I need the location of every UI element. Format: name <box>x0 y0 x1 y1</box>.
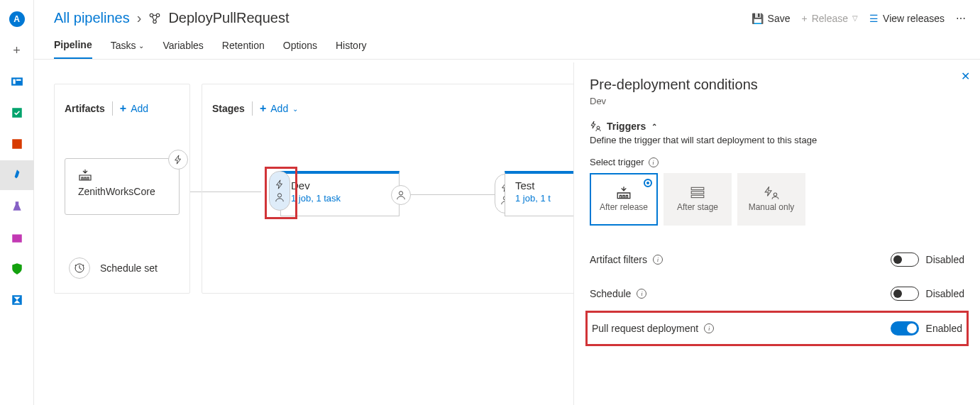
artifact-trigger-button[interactable] <box>168 150 188 170</box>
artifact-filters-label: Artifact filters <box>590 254 647 265</box>
svg-rect-6 <box>12 295 22 305</box>
close-icon: ✕ <box>961 70 970 82</box>
tab-variables[interactable]: Variables <box>163 39 203 59</box>
artifact-name: ZenithWorksCore <box>78 186 166 197</box>
nav-avatar[interactable]: A <box>0 4 34 34</box>
build-icon <box>616 186 632 200</box>
shield-icon <box>10 262 24 276</box>
plus-icon: + <box>260 102 266 115</box>
pr-deployment-toggle[interactable] <box>891 321 919 335</box>
nav-boards[interactable] <box>0 67 34 96</box>
nav-add[interactable]: + <box>0 35 34 65</box>
nav-artifacts[interactable] <box>0 129 34 159</box>
breadcrumb-current: DeployPullRequest <box>168 10 289 26</box>
add-artifact-button[interactable]: +Add <box>120 102 148 115</box>
nav-test[interactable] <box>0 192 34 221</box>
svg-point-14 <box>597 126 600 129</box>
select-trigger-label: Select trigger i <box>590 157 964 167</box>
svg-rect-15 <box>691 188 704 190</box>
stage-name: Dev <box>291 179 389 192</box>
trigger-after-stage[interactable]: After stage <box>664 173 732 226</box>
hourglass-icon <box>10 293 24 307</box>
lightning-person-icon <box>764 186 779 200</box>
artifacts-column: Artifacts +Add ZenithWorksCore Schedule … <box>54 84 190 294</box>
svg-rect-16 <box>691 192 704 194</box>
clock-icon <box>69 257 90 279</box>
header-actions: 💾Save +Release▽ ☰View releases ⋯ <box>751 13 966 24</box>
info-icon[interactable]: i <box>649 157 659 167</box>
schedule-toggle[interactable] <box>891 287 919 301</box>
artifact-card[interactable]: ZenithWorksCore <box>65 158 180 215</box>
release-button[interactable]: +Release▽ <box>802 13 859 24</box>
svg-point-18 <box>773 193 776 196</box>
breadcrumb-root[interactable]: All pipelines <box>54 10 130 26</box>
plus-icon: + <box>120 102 126 115</box>
chevron-down-icon: ▽ <box>852 14 858 22</box>
view-releases-button[interactable]: ☰View releases <box>869 13 945 24</box>
stage-name: Test <box>515 179 579 192</box>
nav-item-7[interactable] <box>0 285 34 315</box>
more-icon: ⋯ <box>956 13 966 24</box>
add-stage-button[interactable]: +Add⌄ <box>260 102 298 115</box>
stage-jobs-link[interactable]: 1 job, 1 task <box>291 193 389 204</box>
panel-title: Pre-deployment conditions <box>590 77 964 93</box>
left-nav: A + <box>0 0 34 405</box>
side-panel: ✕ Pre-deployment conditions Dev Triggers… <box>573 62 980 405</box>
tab-options[interactable]: Options <box>283 39 317 59</box>
chevron-down-icon: ⌄ <box>292 105 298 113</box>
svg-rect-2 <box>16 79 21 81</box>
nav-repos[interactable] <box>0 98 34 128</box>
chevron-up-icon: ⌃ <box>651 123 657 131</box>
schedule-button[interactable]: Schedule set <box>69 257 158 279</box>
info-icon[interactable]: i <box>653 255 663 265</box>
stages-icon <box>690 186 705 200</box>
svg-point-7 <box>150 13 154 17</box>
tabs: Pipeline Tasks⌄ Variables Retention Opti… <box>34 26 980 60</box>
post-deployment-button-dev[interactable] <box>391 185 411 205</box>
lightning-person-icon <box>590 121 601 132</box>
triggers-section-header[interactable]: Triggers ⌃ <box>590 121 964 132</box>
stages-title: Stages <box>212 103 245 114</box>
highlight-box <box>265 167 297 219</box>
build-icon <box>78 169 92 182</box>
close-button[interactable]: ✕ <box>961 70 970 83</box>
triggers-description: Define the trigger that will start deplo… <box>590 135 964 145</box>
trigger-after-release[interactable]: After release <box>590 173 658 226</box>
stages-column: Stages +Add⌄ Dev 1 job, 1 task <box>202 84 590 294</box>
schedule-row: Schedule i Disabled <box>590 277 964 311</box>
svg-point-9 <box>153 20 157 23</box>
info-icon[interactable]: i <box>637 289 646 299</box>
person-icon <box>396 190 406 200</box>
svg-point-12 <box>399 192 402 195</box>
rocket-icon <box>10 168 24 182</box>
nav-item-5[interactable] <box>0 223 34 253</box>
artifact-filters-toggle[interactable] <box>891 253 919 267</box>
pr-deployment-row: Pull request deployment i Enabled <box>590 317 964 340</box>
svg-rect-17 <box>691 196 704 198</box>
toggle-state: Disabled <box>926 254 964 265</box>
tab-pipeline[interactable]: Pipeline <box>54 39 92 59</box>
nav-item-6[interactable] <box>0 254 34 284</box>
flask-icon <box>10 199 24 213</box>
info-icon[interactable]: i <box>704 323 714 333</box>
package-icon <box>10 231 24 245</box>
plus-icon: + <box>13 43 21 58</box>
save-button[interactable]: 💾Save <box>751 13 791 24</box>
trigger-manual-only[interactable]: Manual only <box>737 173 805 226</box>
tab-history[interactable]: History <box>336 39 367 59</box>
chevron-right-icon: › <box>137 10 142 26</box>
more-button[interactable]: ⋯ <box>956 13 966 24</box>
nav-pipelines[interactable] <box>0 160 34 190</box>
boards-icon <box>10 74 24 89</box>
toggle-state: Enabled <box>926 323 962 334</box>
tab-retention[interactable]: Retention <box>222 39 265 59</box>
lightning-icon <box>173 155 183 165</box>
repos-icon <box>10 106 24 120</box>
stage-dev[interactable]: Dev 1 job, 1 task <box>280 171 400 216</box>
pipeline-icon <box>148 12 161 25</box>
stage-jobs-link[interactable]: 1 job, 1 t <box>515 193 579 204</box>
breadcrumb: All pipelines › DeployPullRequest <box>54 10 290 26</box>
tab-tasks[interactable]: Tasks⌄ <box>111 39 145 59</box>
list-icon: ☰ <box>869 13 879 24</box>
chevron-down-icon: ⌄ <box>138 42 144 50</box>
